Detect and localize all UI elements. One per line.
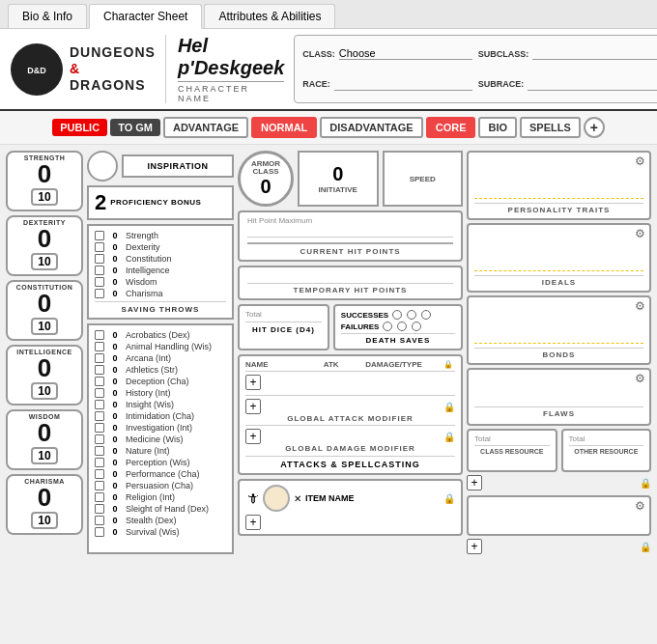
race-input[interactable] <box>334 78 472 91</box>
skill-checkbox[interactable] <box>95 411 104 421</box>
svg-text:D&D: D&D <box>27 66 46 75</box>
saving-throw-checkbox[interactable] <box>95 242 104 252</box>
extra-content[interactable] <box>474 501 643 530</box>
ideals-content[interactable] <box>474 229 643 267</box>
disadvantage-button[interactable]: DISADVANTAGE <box>320 117 422 138</box>
skill-value: 0 <box>107 434 123 444</box>
skill-checkbox[interactable] <box>95 365 104 375</box>
skill-checkbox[interactable] <box>95 504 104 514</box>
skill-checkbox[interactable] <box>95 342 104 351</box>
extra-add-btn[interactable]: + <box>467 539 482 554</box>
extra-lock[interactable]: 🔒 <box>640 542 651 552</box>
inspiration-button[interactable]: INSPIRATION <box>122 154 234 178</box>
personality-content[interactable] <box>474 156 643 195</box>
togm-button[interactable]: TO GM <box>110 119 160 136</box>
saving-throw-name: Charisma <box>126 289 226 298</box>
add-attack-button[interactable]: + <box>245 375 261 390</box>
skill-checkbox[interactable] <box>95 516 104 525</box>
bonds-content[interactable] <box>474 301 643 340</box>
spells-button[interactable]: SPELLS <box>520 117 581 138</box>
speed-box: SPEED <box>383 151 464 207</box>
global-damage-lock[interactable]: 🔒 <box>443 432 455 442</box>
failure-circle-3[interactable] <box>412 322 421 331</box>
bio-button[interactable]: BIO <box>478 117 517 138</box>
inspiration-checkbox[interactable] <box>87 151 118 182</box>
item-delete-icon[interactable]: ✕ <box>294 493 301 504</box>
skill-checkbox[interactable] <box>95 423 104 433</box>
wisdom-mod[interactable]: 10 <box>31 447 58 464</box>
add-item-button[interactable]: + <box>245 515 261 530</box>
skill-checkbox[interactable] <box>95 388 104 398</box>
dexterity-mod[interactable]: 10 <box>31 253 58 270</box>
skill-checkbox[interactable] <box>95 527 104 537</box>
saving-throw-checkbox[interactable] <box>95 289 104 298</box>
extra-gear-icon[interactable]: ⚙ <box>635 499 645 513</box>
saving-throw-checkbox[interactable] <box>95 266 104 275</box>
armor-class-value[interactable]: 0 <box>260 176 271 198</box>
advantage-button[interactable]: ADVANTAGE <box>163 117 248 138</box>
proficiency-bonus-value[interactable]: 2 <box>95 190 106 215</box>
hit-dice-total-label: Total <box>245 310 322 319</box>
hit-dice-label: HIT DICE (D4) <box>245 325 322 334</box>
class-input[interactable] <box>339 47 472 60</box>
skill-checkbox[interactable] <box>95 458 104 467</box>
skill-checkbox[interactable] <box>95 377 104 386</box>
skill-checkbox[interactable] <box>95 446 104 456</box>
tab-bio-info[interactable]: Bio & Info <box>8 4 87 28</box>
strength-mod[interactable]: 10 <box>31 188 58 206</box>
failure-circle-2[interactable] <box>397 322 407 331</box>
subrace-input[interactable] <box>528 78 657 91</box>
global-attack-add[interactable]: + <box>245 399 261 414</box>
normal-button[interactable]: NORMAL <box>251 117 317 138</box>
subclass-input[interactable] <box>532 47 657 60</box>
global-attack-lock[interactable]: 🔒 <box>443 402 455 412</box>
bonds-gear-icon[interactable]: ⚙ <box>635 299 645 313</box>
hp-section: Hit Point Maximum CURRENT HIT POINTS <box>238 210 463 262</box>
tab-character-sheet[interactable]: Character Sheet <box>89 4 202 29</box>
personality-gear-icon[interactable]: ⚙ <box>635 154 645 168</box>
initiative-value[interactable]: 0 <box>332 163 343 185</box>
constitution-mod[interactable]: 10 <box>31 318 58 335</box>
armor-class-box[interactable]: ARMOR CLASS 0 <box>238 151 294 207</box>
skill-checkbox[interactable] <box>95 492 104 502</box>
global-damage-add[interactable]: + <box>245 429 261 444</box>
success-circle-3[interactable] <box>421 310 431 320</box>
tab-attributes[interactable]: Attributes & Abilities <box>204 4 335 28</box>
death-saves-label: DEATH SAVES <box>341 333 455 345</box>
saving-throw-checkbox[interactable] <box>95 231 104 240</box>
class-resource-lock[interactable]: 🔒 <box>640 478 651 489</box>
class-resource-add-btn[interactable]: + <box>467 475 482 490</box>
item-name[interactable]: ITEM NAME <box>305 493 440 503</box>
success-circle-2[interactable] <box>407 310 416 320</box>
skill-checkbox[interactable] <box>95 400 104 409</box>
skill-checkbox[interactable] <box>95 330 104 340</box>
attacks-name-col: NAME <box>245 360 318 369</box>
success-circle-1[interactable] <box>392 310 402 320</box>
skill-name: Investigation (Int) <box>126 423 226 433</box>
skill-value: 0 <box>107 388 123 398</box>
saving-throw-checkbox[interactable] <box>95 277 104 287</box>
constitution-score[interactable]: 0 <box>38 291 51 316</box>
intelligence-score[interactable]: 0 <box>38 355 51 380</box>
strength-score[interactable]: 0 <box>38 161 51 186</box>
wisdom-score[interactable]: 0 <box>38 420 51 445</box>
ideals-gear-icon[interactable]: ⚙ <box>635 227 645 240</box>
charisma-score[interactable]: 0 <box>38 485 51 510</box>
skill-checkbox[interactable] <box>95 434 104 444</box>
flaws-content[interactable] <box>474 374 643 403</box>
add-section-button[interactable]: + <box>584 117 605 138</box>
charisma-mod[interactable]: 10 <box>31 512 58 529</box>
skill-checkbox[interactable] <box>95 481 104 490</box>
public-button[interactable]: PUBLIC <box>52 119 107 136</box>
skill-checkbox[interactable] <box>95 353 104 363</box>
temp-hp-input[interactable] <box>247 271 453 284</box>
intelligence-mod[interactable]: 10 <box>31 382 58 400</box>
core-button[interactable]: CORE <box>426 117 476 138</box>
item-lock-icon[interactable]: 🔒 <box>443 493 455 504</box>
dexterity-score[interactable]: 0 <box>38 226 51 251</box>
failure-circle-1[interactable] <box>383 322 392 331</box>
flaws-gear-icon[interactable]: ⚙ <box>635 372 645 385</box>
skill-checkbox[interactable] <box>95 469 104 479</box>
saving-throw-checkbox[interactable] <box>95 254 104 264</box>
hp-max-input[interactable] <box>247 225 453 238</box>
